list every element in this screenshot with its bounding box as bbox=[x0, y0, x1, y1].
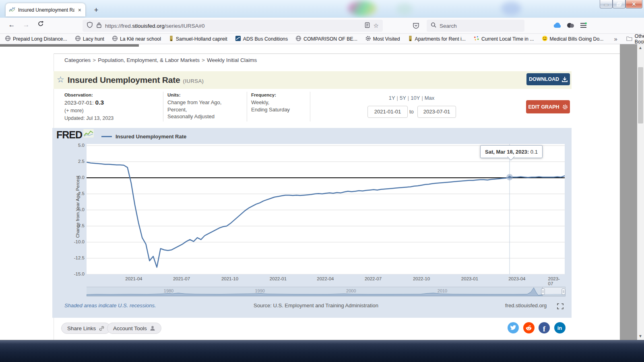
scrollbar-thumb[interactable] bbox=[638, 67, 643, 123]
recessions-note-link[interactable]: Shaded areas indicate U.S. recessions. bbox=[64, 302, 156, 309]
range-link-max[interactable]: Max bbox=[425, 95, 435, 101]
x-axis-tick: 2021-07 bbox=[173, 276, 190, 281]
observation-updated: Updated: Jul 13, 2023 bbox=[64, 115, 114, 122]
bookmark-item[interactable]: Most Visited bbox=[365, 35, 400, 43]
range-link-1y[interactable]: 1Y bbox=[389, 95, 395, 101]
slider-year-label: 1990 bbox=[255, 288, 264, 293]
y-axis-tick: 5.0 bbox=[64, 143, 85, 148]
download-button[interactable]: DOWNLOAD bbox=[526, 73, 570, 85]
range-link-5y[interactable]: 5Y bbox=[400, 95, 406, 101]
favorite-star-icon[interactable]: ☆ bbox=[57, 75, 64, 84]
fullscreen-icon[interactable] bbox=[557, 303, 564, 310]
share-links-button[interactable]: Share Links bbox=[61, 323, 111, 334]
desktop-blob bbox=[348, 1, 376, 16]
reload-button[interactable] bbox=[35, 19, 47, 31]
forward-button[interactable]: → bbox=[20, 19, 32, 31]
date-from-input[interactable]: 2021-01-01 bbox=[367, 106, 408, 118]
breadcrumb-link[interactable]: Categories bbox=[64, 57, 91, 63]
range-separator: | bbox=[420, 95, 424, 101]
bookmark-label: Current Local Time in ... bbox=[481, 36, 534, 42]
breadcrumb: Categories>Population, Employment, & Lab… bbox=[64, 57, 257, 63]
globe-icon bbox=[295, 35, 301, 43]
bookmark-label: ADS Bus Conditions bbox=[243, 36, 288, 42]
divider bbox=[310, 92, 310, 121]
bookmark-item[interactable]: La Klé near school bbox=[112, 35, 161, 43]
bookmark-item[interactable]: Current Local Time in ... bbox=[473, 35, 534, 43]
observation-more-link[interactable]: (+ more) bbox=[64, 107, 114, 114]
date-to-label: to bbox=[409, 109, 414, 115]
slider-year-label: 2000 bbox=[346, 288, 356, 293]
bookmark-item[interactable]: Lacy hunt bbox=[75, 35, 104, 43]
slider-handle[interactable] bbox=[562, 289, 565, 295]
shield-icon[interactable] bbox=[87, 22, 93, 30]
units-line: Change from Year Ago, bbox=[167, 99, 221, 106]
browser-toolbar: ← → https://fred.stlouisfed.org/series/I… bbox=[0, 18, 644, 34]
linkedin-icon[interactable]: in bbox=[554, 322, 566, 333]
url-bar[interactable]: https://fred.stlouisfed.org/series/IURSA… bbox=[83, 20, 383, 32]
tab-close-icon[interactable]: × bbox=[77, 7, 82, 13]
browser-tab[interactable]: Insured Unemployment Rate (IU × bbox=[6, 3, 85, 16]
other-bookmarks-button[interactable]: Other Bookmarks bbox=[626, 33, 644, 45]
page-title: Insured Unemployment Rate bbox=[68, 75, 180, 85]
bookmark-label: COMPARISON OF BE... bbox=[303, 36, 357, 42]
menu-hamburger-icon[interactable] bbox=[579, 21, 588, 30]
range-separator: | bbox=[395, 95, 400, 101]
lock-icon[interactable] bbox=[96, 22, 102, 30]
bookmark-item[interactable]: Samuel-Holland capreit bbox=[169, 35, 227, 43]
bookmarks-list: Prepaid Long Distance...Lacy huntLa Klé … bbox=[5, 35, 604, 43]
bookmark-item[interactable]: Apartments for Rent i... bbox=[408, 35, 466, 43]
pocket-icon[interactable] bbox=[411, 21, 420, 30]
units-block: Units: Change from Year Ago,Percent,Seas… bbox=[167, 93, 221, 120]
restore-button[interactable] bbox=[613, 0, 625, 8]
slider-year-label: 1980 bbox=[164, 288, 173, 293]
bookmark-item[interactable]: COMPARISON OF BE... bbox=[295, 35, 357, 43]
slider-handle[interactable] bbox=[541, 289, 545, 295]
search-input[interactable]: Search bbox=[427, 20, 524, 32]
range-link-10y[interactable]: 10Y bbox=[411, 95, 420, 101]
scroll-up-icon[interactable]: ▲ bbox=[638, 45, 642, 50]
bookmark-star-icon[interactable]: ☆ bbox=[374, 22, 379, 29]
bookmark-item[interactable]: Prepaid Long Distance... bbox=[5, 35, 67, 43]
bookmark-item[interactable]: Medical Bills Going Do... bbox=[542, 35, 604, 43]
sparkle-icon bbox=[473, 35, 479, 43]
close-button[interactable]: ✕ bbox=[625, 0, 642, 8]
reader-mode-icon[interactable] bbox=[364, 22, 370, 30]
person-icon bbox=[150, 325, 155, 331]
content-border bbox=[54, 53, 620, 54]
twitter-icon[interactable] bbox=[508, 322, 519, 333]
bookmark-label: La Klé near school bbox=[120, 36, 161, 42]
scroll-down-icon[interactable]: ▼ bbox=[638, 334, 642, 338]
range-slider[interactable] bbox=[87, 287, 566, 296]
breadcrumb-link[interactable]: Weekly Initial Claims bbox=[207, 57, 257, 63]
cloud-sync-icon[interactable] bbox=[553, 21, 562, 30]
gear-icon bbox=[562, 104, 568, 110]
bookmark-item[interactable]: ADS Bus Conditions bbox=[235, 35, 288, 43]
divider bbox=[163, 92, 163, 121]
divider bbox=[247, 92, 247, 121]
slider-minichart bbox=[87, 287, 566, 296]
account-tools-button[interactable]: Account Tools bbox=[107, 323, 161, 334]
chart-plot-area[interactable] bbox=[87, 144, 565, 274]
frequency-block: Frequency: Weekly,Ending Saturday bbox=[251, 93, 290, 113]
new-tab-button[interactable]: + bbox=[91, 5, 101, 15]
y-axis-tick: -2.5 bbox=[64, 191, 85, 196]
breadcrumb-separator: > bbox=[91, 57, 98, 63]
url-text[interactable]: https://fred.stlouisfed.org/series/IURSA… bbox=[105, 23, 361, 29]
breadcrumb-link[interactable]: Population, Employment, & Labor Markets bbox=[98, 57, 200, 63]
edit-graph-button[interactable]: EDIT GRAPH bbox=[526, 100, 570, 113]
screen: Insured Unemployment Rate (IU × + ✕ ← → … bbox=[0, 0, 644, 362]
y-axis-tick: -15.0 bbox=[64, 272, 85, 276]
link-icon bbox=[99, 325, 105, 331]
reddit-icon[interactable] bbox=[523, 322, 535, 333]
x-axis-tick: 2021-04 bbox=[125, 276, 142, 281]
slider-year-label: 2010 bbox=[438, 288, 447, 293]
ads-icon bbox=[235, 35, 241, 43]
back-button[interactable]: ← bbox=[6, 19, 18, 31]
bookmarks-overflow-chevron[interactable]: » bbox=[614, 35, 617, 42]
facebook-icon[interactable]: f bbox=[539, 322, 550, 333]
minimize-button[interactable] bbox=[600, 0, 613, 8]
account-icon[interactable] bbox=[566, 21, 575, 30]
x-axis-tick: 2023-04 bbox=[508, 276, 525, 281]
date-to-input[interactable]: 2023-07-01 bbox=[417, 106, 456, 118]
units-line: Percent, bbox=[167, 106, 221, 113]
